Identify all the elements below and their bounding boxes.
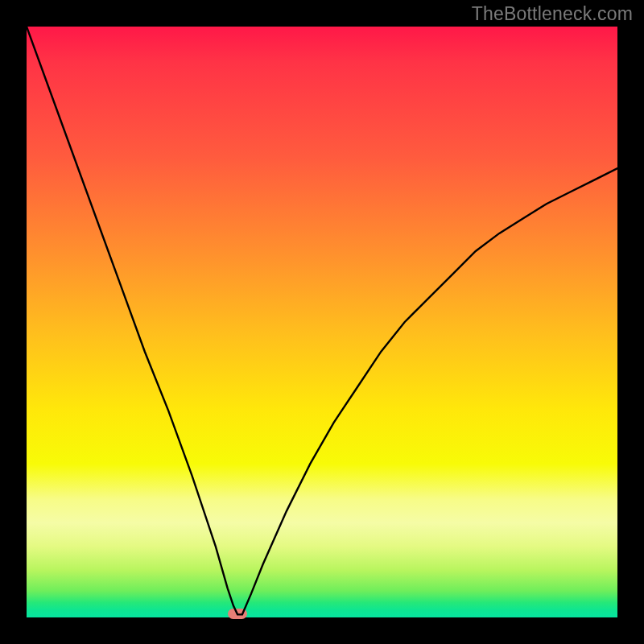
curve-path bbox=[27, 27, 617, 614]
watermark-text: TheBottleneck.com bbox=[472, 3, 633, 25]
bottleneck-curve bbox=[27, 27, 617, 617]
chart-frame: TheBottleneck.com bbox=[0, 0, 644, 644]
plot-area bbox=[27, 27, 617, 617]
